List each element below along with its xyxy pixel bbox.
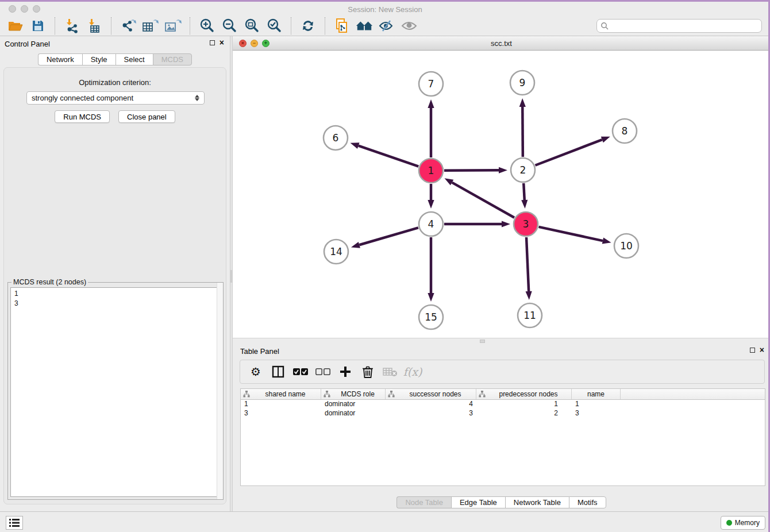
delete-table-icon[interactable] — [383, 364, 398, 379]
graph-node-9[interactable]: 9 — [510, 71, 534, 95]
zoom-out-icon[interactable] — [221, 18, 238, 34]
memory-button[interactable]: Memory — [721, 516, 765, 530]
show-visual-properties-icon[interactable] — [401, 18, 418, 34]
graph-edge-1-2[interactable] — [444, 167, 507, 174]
export-network-icon[interactable] — [120, 18, 137, 34]
function-builder-icon[interactable]: f(x) — [405, 364, 420, 379]
criterion-value: strongly connected component — [32, 94, 133, 102]
criterion-select[interactable]: strongly connected component — [26, 91, 205, 105]
hide-visual-properties-icon[interactable] — [378, 18, 395, 34]
graph-node-11[interactable]: 11 — [518, 303, 542, 327]
search-input[interactable] — [609, 22, 758, 30]
open-session-icon[interactable] — [7, 18, 24, 34]
cell-name[interactable]: 3 — [572, 409, 621, 418]
cell-name[interactable]: 1 — [572, 400, 621, 409]
graph-edge-3-11[interactable] — [526, 237, 532, 300]
mcds-panel: Optimization criterion: strongly connect… — [3, 67, 226, 504]
apply-layout-icon[interactable] — [299, 18, 317, 34]
graph-node-8[interactable]: 8 — [613, 119, 637, 143]
graph-edge-1-6[interactable] — [351, 142, 419, 166]
column-header-shared-name[interactable]: shared name — [241, 389, 321, 399]
task-history-button[interactable] — [6, 516, 23, 530]
divider-handle[interactable] — [480, 340, 485, 343]
graph-node-2[interactable]: 2 — [511, 158, 535, 182]
table-row[interactable]: 1 dominator 4 1 1 — [241, 400, 765, 409]
graph-node-15[interactable]: 15 — [419, 305, 443, 329]
run-mcds-button[interactable]: Run MCDS — [55, 110, 110, 123]
divider-handle[interactable] — [230, 270, 232, 283]
graph-edge-2-3[interactable] — [521, 183, 528, 209]
network-frame-titlebar[interactable]: × − + scc.txt — [233, 36, 770, 51]
home-views-icon[interactable] — [356, 18, 373, 34]
import-network-icon[interactable] — [63, 18, 80, 34]
graph-node-10[interactable]: 10 — [614, 234, 638, 258]
graph-node-3[interactable]: 3 — [514, 212, 538, 236]
tab-mcds[interactable]: MCDS — [153, 53, 192, 65]
svg-text:11: 11 — [523, 310, 536, 321]
deselect-all-icon[interactable] — [315, 364, 330, 379]
graph-edge-4-3[interactable] — [444, 221, 510, 227]
graph-edge-2-9[interactable] — [519, 98, 526, 157]
table-panel-float-icon[interactable] — [750, 348, 755, 353]
tab-style[interactable]: Style — [82, 53, 116, 65]
cell-predecessor-nodes[interactable]: 2 — [476, 409, 572, 418]
control-panel: Control Panel × Network Style Select MCD… — [0, 36, 230, 511]
table-panel-close-icon[interactable]: × — [760, 347, 764, 353]
control-panel-close-icon[interactable]: × — [220, 40, 224, 45]
graph-edge-4-14[interactable] — [351, 228, 418, 248]
graph-edge-1-7[interactable] — [428, 99, 434, 157]
cell-mcds-role[interactable]: dominator — [321, 409, 386, 418]
graph-node-6[interactable]: 6 — [324, 126, 348, 150]
graph-edge-1-4[interactable] — [428, 184, 434, 209]
export-table-icon[interactable] — [142, 18, 159, 34]
add-column-icon[interactable] — [338, 364, 353, 379]
column-header-mcds-role[interactable]: MCDS role — [321, 389, 386, 399]
tab-network[interactable]: Network — [38, 53, 82, 65]
duplicate-network-icon[interactable] — [333, 18, 351, 34]
cell-successor-nodes[interactable]: 4 — [386, 400, 476, 409]
cell-mcds-role[interactable]: dominator — [321, 400, 386, 409]
svg-text:1: 1 — [428, 165, 434, 176]
graph-edge-3-10[interactable] — [538, 227, 611, 244]
graph-node-4[interactable]: 4 — [419, 212, 443, 236]
column-type-icon — [243, 391, 250, 398]
horizontal-split-divider[interactable] — [233, 338, 770, 344]
select-all-icon[interactable] — [293, 364, 308, 379]
mcds-result-text[interactable]: 1 3 — [10, 287, 221, 497]
save-session-icon[interactable] — [29, 18, 47, 34]
tab-motifs[interactable]: Motifs — [569, 496, 606, 508]
column-header-name[interactable]: name — [572, 389, 621, 399]
graph-edge-2-8[interactable] — [535, 137, 610, 165]
network-canvas[interactable]: 7968124314101511 — [233, 51, 770, 338]
column-header-predecessor-nodes[interactable]: predecessor nodes — [476, 389, 572, 399]
graph-node-7[interactable]: 7 — [419, 72, 443, 96]
zoom-in-icon[interactable] — [198, 18, 215, 34]
column-settings-icon[interactable]: ⚙ — [248, 364, 263, 379]
column-manager-icon[interactable] — [271, 364, 286, 379]
graph-edge-4-15[interactable] — [428, 237, 434, 302]
toolbar-separator — [111, 17, 111, 34]
tab-node-table[interactable]: Node Table — [396, 496, 451, 508]
import-table-icon[interactable] — [86, 18, 103, 34]
tab-network-table[interactable]: Network Table — [505, 496, 569, 508]
result-scrollbar[interactable] — [217, 283, 223, 499]
zoom-fit-icon[interactable] — [243, 18, 260, 34]
close-panel-button[interactable]: Close panel — [118, 110, 175, 123]
cell-successor-nodes[interactable]: 3 — [386, 409, 476, 418]
network-frame-title: scc.txt — [233, 39, 770, 48]
graph-node-14[interactable]: 14 — [324, 240, 348, 264]
search-field[interactable] — [596, 19, 762, 33]
delete-column-icon[interactable] — [360, 364, 375, 379]
cell-shared-name[interactable]: 3 — [241, 409, 321, 418]
table-row[interactable]: 3 dominator 3 2 3 — [241, 409, 765, 418]
zoom-selected-icon[interactable] — [265, 18, 283, 34]
graph-node-1[interactable]: 1 — [419, 159, 443, 183]
cell-predecessor-nodes[interactable]: 1 — [476, 400, 572, 409]
tab-select[interactable]: Select — [116, 53, 153, 65]
tab-edge-table[interactable]: Edge Table — [451, 496, 505, 508]
column-header-successor-nodes[interactable]: successor nodes — [386, 389, 476, 399]
graph-edge-3-1[interactable] — [445, 178, 514, 217]
cell-shared-name[interactable]: 1 — [241, 400, 321, 409]
export-image-icon[interactable] — [164, 18, 182, 34]
control-panel-float-icon[interactable] — [210, 40, 215, 45]
